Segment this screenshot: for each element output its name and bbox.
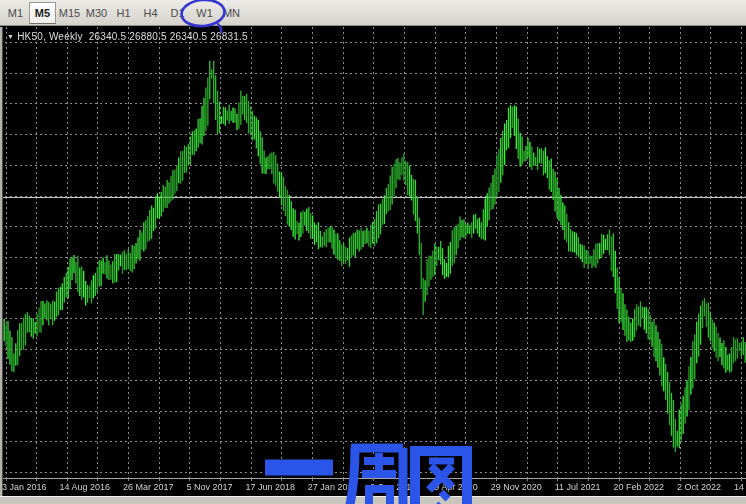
x-axis-label: 27 Jan 2019 [308,482,358,492]
timeframe-button-H1[interactable]: H1 [110,2,137,24]
x-axis-label: 29 Nov 2020 [491,482,542,492]
x-axis-label: 5 Nov 2017 [186,482,232,492]
chart-symbol-menu-icon[interactable]: ▼ [7,33,14,40]
x-axis-label: 14 [734,482,744,492]
window-left-edge-shadow [2,27,3,496]
x-axis-label: 3 Jan 2016 [2,482,47,492]
timeframe-button-MN[interactable]: MN [218,2,245,24]
timeframe-button-M1[interactable]: M1 [2,2,29,24]
mt4-chart-window: M1M5M15M30H1H4D1W1MN ▼HK50, Weekly26340.… [0,0,746,504]
x-axis-label: 26 Mar 2017 [123,482,174,492]
timeframe-button-H4[interactable]: H4 [137,2,164,24]
chart-title: ▼HK50, Weekly26340.5 26880.5 26340.5 268… [7,31,248,42]
chart-ohlc-values: 26340.5 26880.5 26340.5 26831.5 [89,31,248,42]
date-axis: 3 Jan 201614 Aug 201626 Mar 20175 Nov 20… [0,478,746,496]
timeframe-button-M30[interactable]: M30 [83,2,110,24]
x-axis-label: 14 Aug 2016 [59,482,110,492]
price-chart-pane: ▼HK50, Weekly26340.5 26880.5 26340.5 268… [0,27,746,496]
timeframe-button-M15[interactable]: M15 [56,2,83,24]
x-axis-label: 2 Oct 2022 [677,482,721,492]
x-axis-label: 20 Feb 2022 [614,482,665,492]
window-status-strip [0,496,746,504]
x-axis-label: 8 Sep 2019 [370,482,416,492]
timeframe-button-W1[interactable]: W1 [191,2,218,24]
chart-symbol-period: HK50, Weekly [17,31,83,42]
timeframe-button-M5[interactable]: M5 [29,2,56,24]
x-axis-label: 17 Jun 2018 [245,482,295,492]
timeframe-toolbar: M1M5M15M30H1H4D1W1MN [0,0,746,26]
price-chart-canvas[interactable] [0,27,746,496]
timeframe-button-D1[interactable]: D1 [164,2,191,24]
timeframe-buttons: M1M5M15M30H1H4D1W1MN [2,2,245,24]
x-axis-label: 19 Apr 2020 [429,482,478,492]
x-axis-label: 11 Jul 2021 [555,482,601,492]
